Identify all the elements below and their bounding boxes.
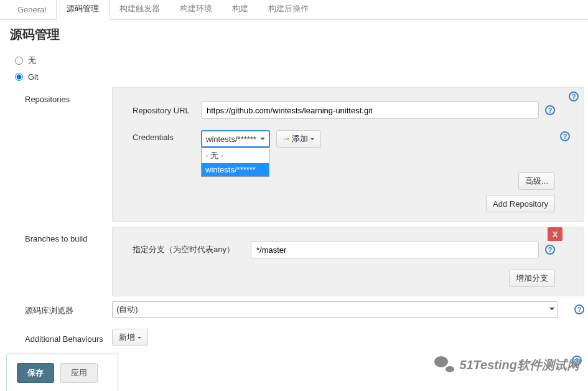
cred-option-none[interactable]: - 无 - [202, 148, 269, 163]
chevron-down-icon [138, 337, 141, 341]
branch-specifier-input[interactable] [251, 241, 539, 258]
repositories-label: Repositories [25, 87, 112, 104]
repo-url-input[interactable] [201, 101, 539, 119]
tab-env[interactable]: 构建环境 [170, 0, 222, 19]
section-title: 源码管理 [0, 20, 588, 52]
branches-body: X 指定分支（为空时代表any） ? 增加分支 [112, 227, 584, 296]
tab-general[interactable]: General [7, 0, 56, 19]
add-branch-button[interactable]: 增加分支 [509, 270, 555, 287]
bottom-dock: 保存 应用 [6, 354, 118, 391]
add-behaviour-label: 新增 [119, 332, 135, 343]
apply-button[interactable]: 应用 [60, 363, 98, 383]
help-icon[interactable]: ? [560, 131, 570, 141]
repositories-body: ? Repository URL ? Credentials wintests/… [112, 87, 584, 222]
scm-none-label: 无 [28, 55, 36, 66]
help-icon[interactable]: ? [545, 105, 555, 115]
help-icon[interactable]: ? [574, 304, 584, 314]
save-button[interactable]: 保存 [17, 363, 54, 383]
config-tabs: General 源码管理 构建触发器 构建环境 构建 构建后操作 [0, 0, 588, 20]
key-icon: ⊸ [283, 134, 289, 143]
repo-browser-label: 源码库浏览器 [25, 303, 112, 316]
branches-label: Branches to build [25, 227, 112, 243]
scm-git-row[interactable]: Git [0, 69, 588, 85]
repo-url-label: Repository URL [133, 106, 195, 115]
repo-browser-value: (自动) [116, 304, 138, 315]
add-repository-button[interactable]: Add Repository [486, 195, 555, 212]
chevron-down-icon [310, 138, 314, 142]
cred-option-wintests[interactable]: wintests/****** [202, 163, 269, 176]
branch-specifier-label: 指定分支（为空时代表any） [133, 244, 245, 255]
credentials-select[interactable]: wintests/****** [201, 130, 270, 148]
advanced-button[interactable]: 高级... [518, 172, 555, 190]
credentials-label: Credentials [133, 130, 195, 142]
tab-scm[interactable]: 源码管理 [56, 0, 110, 20]
scm-none-radio[interactable] [15, 57, 23, 65]
repo-browser-select[interactable]: (自动) [112, 301, 558, 318]
help-icon[interactable]: ? [545, 245, 555, 255]
credentials-dropdown: - 无 - wintests/****** [201, 148, 269, 177]
watermark: 51Testing软件测试网 [434, 356, 579, 374]
tab-build[interactable]: 构建 [222, 0, 258, 19]
scm-git-label: Git [28, 72, 39, 82]
add-credentials-button[interactable]: ⊸ 添加 [276, 130, 321, 148]
credentials-selected-text: wintests/****** [206, 134, 256, 144]
scm-none-row[interactable]: 无 [0, 52, 588, 69]
add-credentials-label: 添加 [292, 133, 308, 144]
tab-post[interactable]: 构建后操作 [258, 0, 319, 19]
additional-behaviours-label: Additional Behaviours [25, 332, 112, 344]
add-behaviour-button[interactable]: 新增 [112, 329, 148, 346]
scm-git-radio[interactable] [15, 73, 23, 81]
wechat-icon [434, 356, 455, 374]
tab-triggers[interactable]: 构建触发器 [110, 0, 170, 19]
watermark-text: 51Testing软件测试网 [459, 357, 579, 374]
